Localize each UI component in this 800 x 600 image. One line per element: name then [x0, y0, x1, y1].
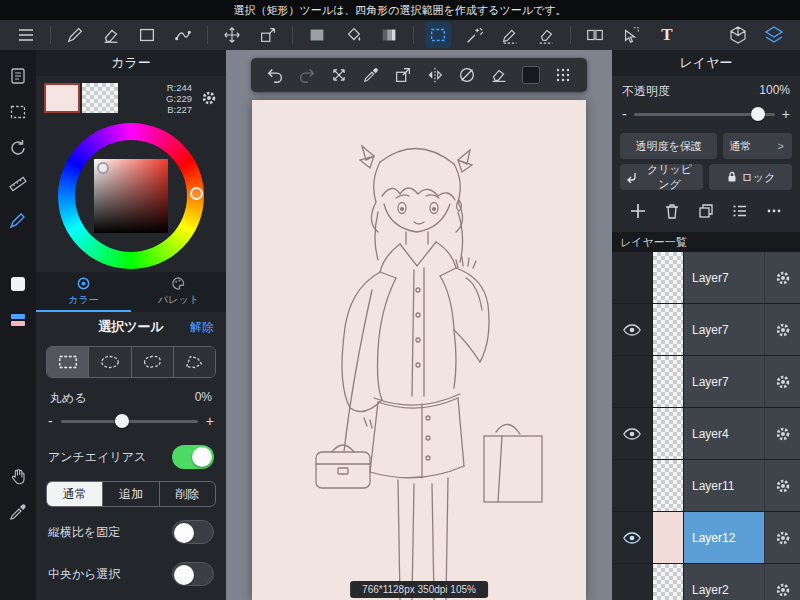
canvas[interactable] — [252, 100, 586, 600]
layer-thumbnail[interactable] — [652, 408, 684, 459]
layer-visibility-cell[interactable] — [612, 252, 652, 303]
free-transform-button[interactable] — [327, 63, 351, 87]
ruler-button[interactable] — [4, 170, 32, 198]
layer-settings-cell[interactable] — [764, 408, 800, 459]
magic-wand-tool-button[interactable] — [461, 22, 487, 48]
plus-label[interactable]: + — [206, 413, 214, 429]
layers-panel-button[interactable] — [761, 22, 787, 48]
protect-alpha-button[interactable]: 透明度を保護 — [620, 133, 717, 159]
round-slider[interactable] — [61, 420, 198, 423]
lock-button[interactable]: ロック — [709, 164, 792, 190]
layer-name[interactable]: Layer11 — [684, 460, 764, 511]
layer-row[interactable]: Layer11 — [612, 460, 800, 512]
layer-settings-cell[interactable] — [764, 252, 800, 303]
select-cursor-button[interactable] — [618, 22, 644, 48]
eyedropper-tool-button[interactable] — [4, 498, 32, 526]
layer-thumbnail[interactable] — [652, 512, 684, 563]
layer-settings-cell[interactable] — [764, 512, 800, 563]
pages-button[interactable] — [4, 62, 32, 90]
clear-button[interactable] — [487, 63, 511, 87]
fixed-aspect-toggle[interactable] — [172, 520, 214, 544]
layer-thumbnail[interactable] — [652, 304, 684, 355]
select-mode-button[interactable] — [4, 98, 32, 126]
hand-tool-button[interactable] — [4, 462, 32, 490]
deselect-button[interactable]: 解除 — [190, 319, 214, 336]
layer-visibility-cell[interactable] — [612, 512, 652, 563]
move-tool-button[interactable] — [219, 22, 245, 48]
brush-tool-button[interactable] — [62, 22, 88, 48]
flip-horizontal-button[interactable] — [423, 63, 447, 87]
layer-name[interactable]: Layer12 — [684, 512, 764, 563]
layer-row[interactable]: Layer4 — [612, 408, 800, 460]
layer-name[interactable]: Layer7 — [684, 252, 764, 303]
from-center-toggle[interactable] — [172, 562, 214, 586]
palette-list-button[interactable] — [4, 306, 32, 334]
bucket-tool-button[interactable] — [340, 22, 366, 48]
layer-name[interactable]: Layer4 — [684, 408, 764, 459]
select-shape-lasso-button[interactable] — [131, 347, 173, 377]
layer-name[interactable]: Layer2 — [684, 564, 764, 600]
layer-visibility-cell[interactable] — [612, 304, 652, 355]
curve-tool-button[interactable] — [170, 22, 196, 48]
fill-rect-tool-button[interactable] — [304, 22, 330, 48]
text-tool-button[interactable]: T — [654, 22, 680, 48]
mode-normal-button[interactable]: 通常 — [47, 482, 102, 506]
menu-button[interactable] — [13, 22, 39, 48]
blend-mode-button[interactable]: 通常 > — [723, 133, 792, 159]
background-color-button[interactable] — [519, 63, 543, 87]
delete-layer-button[interactable] — [660, 199, 684, 223]
select-eraser-tool-button[interactable] — [533, 22, 559, 48]
layer-row[interactable]: Layer7 — [612, 252, 800, 304]
more-options-button[interactable] — [762, 199, 786, 223]
saturation-knob[interactable] — [97, 162, 109, 174]
gradient-tool-button[interactable] — [376, 22, 402, 48]
shape-tool-button[interactable] — [134, 22, 160, 48]
round-slider-knob[interactable] — [115, 414, 129, 428]
reset-rotation-button[interactable] — [455, 63, 479, 87]
layer-thumbnail[interactable] — [652, 564, 684, 600]
undo-button[interactable] — [263, 63, 287, 87]
tab-color[interactable]: カラー — [36, 272, 131, 312]
layer-thumbnail[interactable] — [652, 460, 684, 511]
mode-add-button[interactable]: 追加 — [102, 482, 158, 506]
layer-row[interactable]: Layer7 — [612, 304, 800, 356]
layer-name[interactable]: Layer7 — [684, 304, 764, 355]
split-view-button[interactable] — [582, 22, 608, 48]
layer-row[interactable]: Layer12 — [612, 512, 800, 564]
canvas-eyedropper-button[interactable] — [359, 63, 383, 87]
clipping-button[interactable]: クリッピング — [620, 164, 703, 190]
canvas-area[interactable]: 766*1128px 350dpi 105% — [226, 50, 612, 600]
layer-settings-cell[interactable] — [764, 564, 800, 600]
select-shape-ellipse-button[interactable] — [88, 347, 130, 377]
layer-list-options-button[interactable] — [728, 199, 752, 223]
opacity-slider-knob[interactable] — [751, 107, 765, 121]
hue-knob[interactable] — [190, 187, 203, 200]
toolbar-drag-handle[interactable] — [551, 63, 575, 87]
color-settings-button[interactable] — [200, 89, 218, 107]
duplicate-layer-button[interactable] — [694, 199, 718, 223]
layer-visibility-cell[interactable] — [612, 564, 652, 600]
add-layer-button[interactable] — [626, 199, 650, 223]
mode-delete-button[interactable]: 削除 — [159, 482, 215, 506]
layer-name[interactable]: Layer7 — [684, 356, 764, 407]
export-button[interactable] — [391, 63, 415, 87]
select-pen-tool-button[interactable] — [497, 22, 523, 48]
minus-label[interactable]: - — [622, 106, 627, 122]
color-wheel[interactable] — [36, 120, 226, 272]
layer-visibility-cell[interactable] — [612, 460, 652, 511]
select-shape-polygon-button[interactable] — [173, 347, 215, 377]
minus-label[interactable]: - — [48, 413, 53, 429]
layer-row[interactable]: Layer7 — [612, 356, 800, 408]
select-shape-rect-button[interactable] — [47, 347, 88, 377]
layer-visibility-cell[interactable] — [612, 408, 652, 459]
eraser-tool-button[interactable] — [98, 22, 124, 48]
layer-row[interactable]: Layer2 — [612, 564, 800, 600]
layer-settings-cell[interactable] — [764, 356, 800, 407]
material-3d-button[interactable] — [725, 22, 751, 48]
layer-thumbnail[interactable] — [652, 252, 684, 303]
antialias-toggle[interactable] — [172, 445, 214, 469]
plus-label[interactable]: + — [782, 106, 790, 122]
paint-mode-button[interactable] — [4, 206, 32, 234]
material-swatch-button[interactable] — [4, 270, 32, 298]
layer-settings-cell[interactable] — [764, 304, 800, 355]
